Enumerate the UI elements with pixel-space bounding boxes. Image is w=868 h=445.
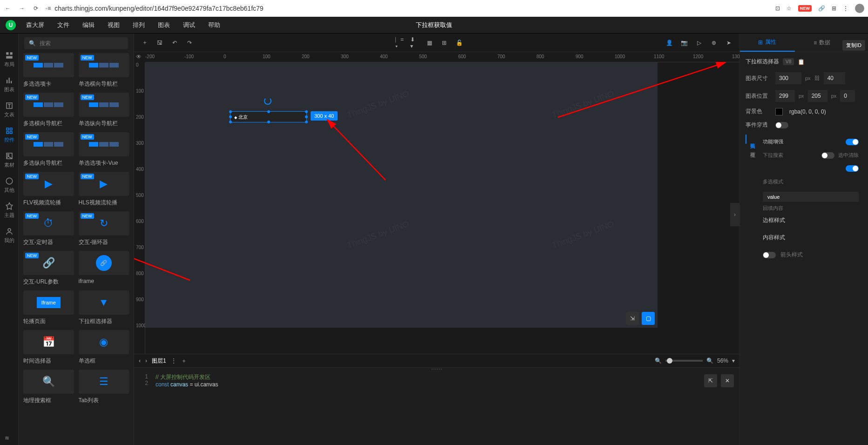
color-swatch[interactable] — [775, 108, 783, 115]
subtab-dropdown[interactable]: 下拉框 — [746, 144, 759, 153]
rail-theme[interactable]: 主题 — [4, 202, 14, 219]
canvas-tool-2[interactable]: ▢ — [642, 312, 655, 325]
subtab-input[interactable]: 输入框 — [746, 135, 759, 144]
zoom-slider[interactable] — [665, 360, 703, 362]
x-input[interactable] — [775, 90, 795, 102]
code-editor[interactable]: 12 // 大屏控制代码开发区 const canvas = ui.canvas… — [134, 371, 739, 445]
site-info-icon[interactable]: ◦≡ — [46, 5, 51, 12]
app-logo[interactable]: U — [6, 20, 16, 30]
user-icon[interactable]: 👤 — [665, 39, 673, 47]
rail-layout[interactable]: 布局 — [4, 51, 14, 68]
component-单选横向导航栏[interactable]: NEW单选横向导航栏 — [79, 53, 129, 88]
menu-arrange[interactable]: 排列 — [126, 21, 151, 29]
group-icon[interactable]: ▦ — [425, 39, 434, 47]
extensions-icon[interactable]: ⊞ — [832, 5, 836, 12]
component-单选框[interactable]: ◉单选框 — [79, 330, 129, 365]
component-交互-定时器[interactable]: NEW⏱交互-定时器 — [23, 211, 74, 246]
border-section[interactable]: 边框样式 — [763, 212, 859, 229]
add-layer-icon[interactable]: ＋ — [181, 357, 187, 365]
menu-edit[interactable]: 编辑 — [76, 21, 101, 29]
zoom-value[interactable]: 56% — [717, 357, 728, 364]
arrow-section[interactable]: 箭头样式 — [763, 246, 859, 263]
canvas-area[interactable]: 👁 -200-100010020030040050060070080090010… — [134, 52, 739, 354]
menu-chart[interactable]: 图表 — [151, 21, 176, 29]
next-layer-icon[interactable]: › — [145, 357, 147, 364]
canvas[interactable]: ThingJS by UINO ThingJS by UINO ThingJS … — [145, 62, 658, 328]
zoom-in-icon[interactable]: 🔍 — [706, 357, 713, 364]
search-toggle[interactable] — [846, 165, 859, 172]
avatar[interactable] — [855, 4, 864, 13]
install-icon[interactable]: ⊡ — [775, 5, 780, 12]
component-交互-循环器[interactable]: NEW↻交互-循环器 — [79, 211, 129, 246]
ungroup-icon[interactable]: ⊞ — [440, 39, 448, 47]
menu-icon[interactable]: ⋮ — [843, 5, 848, 12]
selected-component[interactable]: ◆ 北京 — [230, 111, 307, 122]
collapse-right-icon[interactable]: › — [730, 203, 739, 226]
component-多选横向导航栏[interactable]: NEW多选横向导航栏 — [23, 93, 74, 128]
download-icon[interactable]: 🔗 — [818, 5, 825, 12]
rail-other[interactable]: 其他 — [4, 177, 14, 194]
layers-icon[interactable]: ≋ — [5, 435, 9, 441]
rail-asset[interactable]: 素材 — [4, 152, 14, 169]
share-icon[interactable]: ➤ — [725, 39, 733, 47]
align-icon[interactable]: ⎸= ▾ — [395, 39, 404, 47]
forward-icon[interactable]: → — [18, 4, 26, 13]
camera-icon[interactable]: 📷 — [680, 39, 688, 47]
download-icon[interactable]: ⬇ ▾ — [410, 39, 419, 47]
search-box[interactable]: 🔍 — [24, 37, 128, 49]
back-icon[interactable]: ← — [4, 4, 12, 13]
content-section[interactable]: 内容样式 — [763, 229, 859, 246]
menu-debug[interactable]: 调试 — [176, 21, 202, 29]
y-input[interactable] — [808, 90, 827, 102]
zoom-dropdown-icon[interactable]: ▾ — [732, 357, 735, 364]
rail-text[interactable]: 文表 — [4, 101, 14, 118]
component-Tab列表[interactable]: ☰Tab列表 — [79, 370, 129, 405]
close-code-icon[interactable]: ✕ — [721, 374, 734, 387]
zoom-out-icon[interactable]: 🔍 — [655, 357, 662, 364]
undo-icon[interactable]: ↶ — [170, 39, 179, 47]
menu-view[interactable]: 视图 — [101, 21, 126, 29]
rail-widget[interactable]: 控件 — [4, 127, 14, 143]
enhance-toggle[interactable] — [846, 139, 859, 145]
rail-mine[interactable]: 我的 — [4, 227, 14, 244]
search-input[interactable] — [40, 40, 123, 47]
tab-properties[interactable]: ⊞属性 — [740, 34, 795, 52]
menu-file[interactable]: 文件 — [51, 21, 76, 29]
component-HLS视频流轮播[interactable]: NEW▶HLS视频流轮播 — [79, 172, 129, 207]
menu-help[interactable]: 帮助 — [202, 21, 227, 29]
lock-icon[interactable]: 🔓 — [455, 39, 463, 47]
redo-icon[interactable]: ↷ — [185, 39, 194, 47]
clear-toggle[interactable] — [821, 152, 834, 159]
component-时间选择器[interactable]: 📅时间选择器 — [23, 330, 74, 365]
event-toggle[interactable] — [775, 122, 788, 128]
popout-icon[interactable]: ⇱ — [704, 374, 717, 387]
reload-icon[interactable]: ⟳ — [32, 4, 40, 13]
visibility-icon[interactable]: 👁 — [136, 54, 142, 60]
canvas-tool-1[interactable]: ⇲ — [626, 312, 639, 325]
layer-menu-icon[interactable]: ⋮ — [171, 357, 176, 364]
play-icon[interactable]: ▷ — [695, 39, 703, 47]
component-单选选项卡-Vue[interactable]: NEW单选选项卡-Vue — [79, 132, 129, 167]
component-下拉框选择器[interactable]: ▼下拉框选择器 — [79, 290, 129, 325]
component-交互-URL参数[interactable]: NEW🔗交互-URL参数 — [23, 251, 74, 286]
bg-color-value[interactable]: rgba(0, 0, 0, 0) — [789, 108, 826, 115]
component-多选选项卡[interactable]: NEW多选选项卡 — [23, 53, 74, 88]
settings-icon[interactable]: ⊕ — [710, 39, 718, 47]
component-多选纵向导航栏[interactable]: NEW多选纵向导航栏 — [23, 132, 74, 167]
component-单选纵向导航栏[interactable]: NEW单选纵向导航栏 — [79, 93, 129, 128]
height-input[interactable] — [824, 72, 845, 84]
component-地理搜索框[interactable]: 🔍地理搜索框 — [23, 370, 74, 405]
bookmark-icon[interactable]: ☆ — [787, 5, 792, 12]
value-field[interactable]: value — [763, 192, 859, 202]
tab-data[interactable]: ≡数据 — [795, 34, 850, 52]
z-input[interactable] — [840, 90, 855, 102]
component-iframe[interactable]: 🔗iframe — [79, 251, 129, 286]
link-icon[interactable]: ⛓ — [814, 75, 820, 81]
arrow-toggle[interactable] — [763, 252, 776, 258]
copy-id-icon[interactable]: 📋 — [798, 59, 805, 65]
save-icon[interactable]: 🖫 — [156, 39, 164, 47]
add-icon[interactable]: ＋ — [141, 39, 149, 47]
layer-tab[interactable]: 图层1 — [152, 357, 166, 365]
prev-layer-icon[interactable]: ‹ — [139, 357, 141, 364]
rail-chart[interactable]: 图表 — [4, 76, 14, 93]
